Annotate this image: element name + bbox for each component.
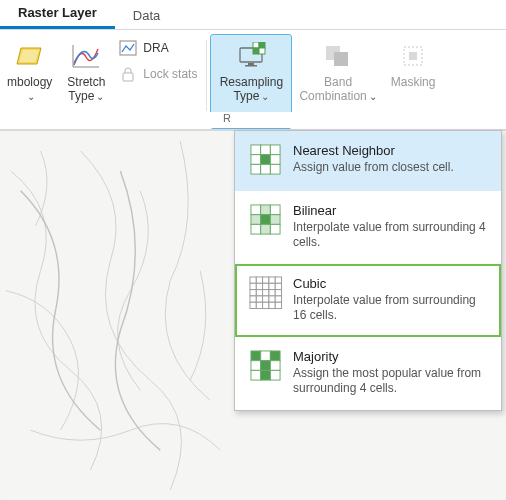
option-desc: Assign value from closest cell. — [293, 160, 487, 175]
symbology-label: mbology — [7, 75, 52, 104]
svg-rect-32 — [261, 224, 271, 234]
ribbon-group-labels: R — [0, 112, 506, 128]
svg-rect-30 — [270, 215, 280, 225]
svg-rect-49 — [250, 296, 256, 302]
svg-rect-24 — [270, 164, 280, 174]
svg-rect-36 — [263, 277, 269, 283]
svg-rect-47 — [269, 290, 275, 296]
svg-rect-19 — [251, 155, 261, 165]
bilinear-icon — [249, 203, 283, 237]
svg-rect-54 — [250, 302, 256, 308]
cubic-icon — [249, 276, 283, 310]
resampling-option-nearest[interactable]: Nearest Neighbor Assign value from close… — [235, 131, 501, 191]
tab-bar: Raster Layer Data — [0, 0, 506, 30]
svg-rect-48 — [275, 290, 281, 296]
svg-rect-17 — [261, 145, 271, 155]
svg-rect-59 — [251, 351, 261, 361]
svg-rect-5 — [248, 63, 254, 65]
svg-rect-57 — [269, 302, 275, 308]
svg-rect-8 — [259, 42, 265, 48]
svg-rect-35 — [256, 277, 262, 283]
svg-rect-38 — [275, 277, 281, 283]
svg-rect-60 — [261, 351, 271, 361]
stretch-type-icon — [69, 39, 103, 73]
svg-rect-3 — [123, 73, 133, 81]
svg-rect-50 — [256, 296, 262, 302]
svg-rect-12 — [334, 52, 348, 66]
svg-rect-40 — [256, 283, 262, 289]
svg-rect-23 — [261, 164, 271, 174]
svg-rect-6 — [245, 65, 257, 67]
svg-rect-9 — [253, 48, 259, 54]
resampling-icon — [234, 39, 268, 73]
majority-icon — [249, 349, 283, 383]
svg-rect-44 — [250, 290, 256, 296]
svg-rect-67 — [270, 370, 280, 380]
svg-rect-65 — [251, 370, 261, 380]
svg-rect-18 — [270, 145, 280, 155]
svg-rect-26 — [261, 205, 271, 215]
svg-rect-21 — [270, 155, 280, 165]
resampling-dropdown: Nearest Neighbor Assign value from close… — [234, 130, 502, 411]
svg-rect-34 — [250, 277, 256, 283]
svg-rect-66 — [261, 370, 271, 380]
svg-rect-45 — [256, 290, 262, 296]
svg-rect-28 — [251, 215, 261, 225]
option-title: Cubic — [293, 276, 487, 291]
tab-data[interactable]: Data — [115, 2, 178, 29]
option-desc: Interpolate value from surrounding 4 cel… — [293, 220, 487, 250]
lock-stats-toggle[interactable]: Lock stats — [119, 64, 197, 84]
dra-label: DRA — [143, 41, 168, 55]
dra-toggle[interactable]: DRA — [119, 38, 197, 58]
svg-rect-52 — [269, 296, 275, 302]
svg-rect-42 — [269, 283, 275, 289]
masking-label: Masking — [391, 75, 436, 89]
svg-rect-22 — [251, 164, 261, 174]
svg-rect-20 — [261, 155, 271, 165]
stretch-type-label: StretchType — [67, 75, 105, 104]
svg-rect-63 — [261, 361, 271, 371]
svg-rect-14 — [409, 52, 417, 60]
svg-rect-58 — [275, 302, 281, 308]
svg-rect-16 — [251, 145, 261, 155]
svg-rect-25 — [251, 205, 261, 215]
svg-rect-62 — [251, 361, 261, 371]
svg-rect-37 — [269, 277, 275, 283]
resampling-label: ResamplingType — [220, 75, 283, 104]
svg-rect-33 — [270, 224, 280, 234]
option-desc: Assign the most popular value from surro… — [293, 366, 487, 396]
svg-rect-64 — [270, 361, 280, 371]
svg-rect-31 — [251, 224, 261, 234]
svg-rect-51 — [263, 296, 269, 302]
svg-rect-53 — [275, 296, 281, 302]
svg-rect-55 — [256, 302, 262, 308]
svg-rect-29 — [261, 215, 271, 225]
svg-rect-39 — [250, 283, 256, 289]
resampling-option-bilinear[interactable]: Bilinear Interpolate value from surround… — [235, 191, 501, 264]
option-title: Nearest Neighbor — [293, 143, 487, 158]
resampling-option-majority[interactable]: Majority Assign the most popular value f… — [235, 337, 501, 410]
band-combination-icon — [321, 39, 355, 73]
dra-icon — [119, 39, 137, 57]
svg-rect-61 — [270, 351, 280, 361]
svg-rect-10 — [259, 48, 265, 54]
resampling-option-cubic[interactable]: Cubic Interpolate value from surrounding… — [235, 264, 501, 337]
option-title: Bilinear — [293, 203, 487, 218]
tab-raster-layer[interactable]: Raster Layer — [0, 0, 115, 29]
symbology-icon — [13, 39, 47, 73]
separator — [206, 40, 207, 111]
svg-rect-43 — [275, 283, 281, 289]
band-combination-label: BandCombination — [299, 75, 376, 104]
svg-rect-27 — [270, 205, 280, 215]
group-label-r: R — [223, 112, 231, 124]
masking-icon — [396, 39, 430, 73]
svg-rect-46 — [263, 290, 269, 296]
option-title: Majority — [293, 349, 487, 364]
option-desc: Interpolate value from surrounding 16 ce… — [293, 293, 487, 323]
svg-rect-56 — [263, 302, 269, 308]
svg-rect-7 — [253, 42, 259, 48]
lock-icon — [119, 65, 137, 83]
svg-rect-41 — [263, 283, 269, 289]
lock-stats-label: Lock stats — [143, 67, 197, 81]
nearest-neighbor-icon — [249, 143, 283, 177]
